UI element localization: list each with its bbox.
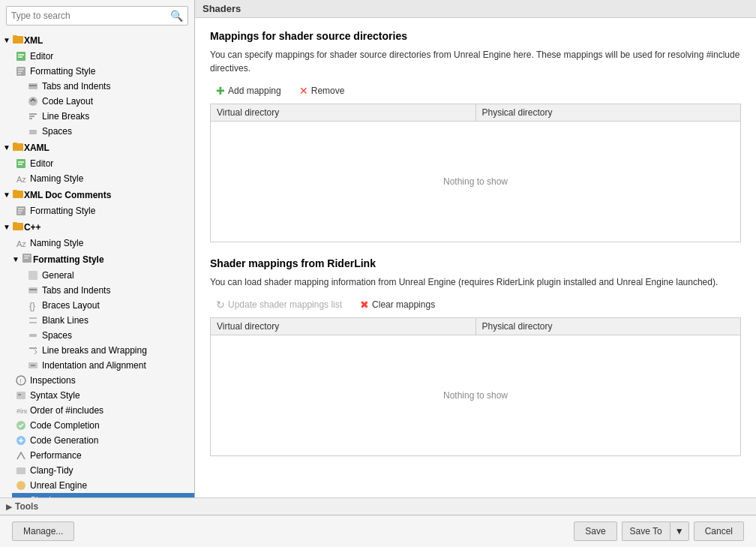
completion-icon (15, 419, 27, 431)
svg-text:Az: Az (16, 175, 26, 184)
sidebar-item-tabs-indents[interactable]: Tabs and Indents (24, 283, 194, 298)
sidebar-item-includes[interactable]: #inc Order of #includes (12, 403, 194, 418)
add-mapping-button[interactable]: ✚ Add mapping (210, 83, 287, 99)
category-xmldoc[interactable]: ▼ XML Doc Comments (0, 186, 194, 203)
folder-icon-xmldoc (12, 188, 24, 202)
sidebar-item-xml-line-breaks[interactable]: Line Breaks (24, 109, 194, 124)
save-to-dropdown-button[interactable]: ▼ (670, 521, 689, 541)
xaml-naming-label: Naming Style (30, 173, 83, 184)
general-icon (27, 269, 39, 281)
generation-icon (15, 434, 27, 446)
sidebar-item-line-breaks[interactable]: Line breaks and Wrapping (24, 343, 194, 358)
remove-mapping-icon: ✕ (299, 85, 308, 97)
spaces-icon2 (27, 329, 39, 341)
sidebar-item-general[interactable]: General (24, 268, 194, 283)
clear-mappings-label: Clear mappings (372, 299, 435, 310)
sidebar-item-performance[interactable]: Performance (12, 448, 194, 463)
manage-button[interactable]: Manage... (12, 521, 74, 541)
performance-label: Performance (30, 450, 82, 461)
tools-arrow: ▶ (6, 503, 12, 511)
riderlink-table-body: Nothing to show (211, 335, 740, 455)
xml-formatting-label: Formatting Style (30, 66, 95, 77)
sidebar-item-cpp-naming[interactable]: Az Naming Style (12, 236, 194, 251)
xaml-editor-icon (15, 158, 27, 170)
arrow-xml: ▼ (3, 36, 10, 44)
sidebar-item-xml-tabs[interactable]: Tabs and Indents (24, 79, 194, 94)
save-button[interactable]: Save (574, 521, 616, 541)
cpp-formatting-icon (21, 252, 33, 266)
tabs-indents-label: Tabs and Indents (42, 285, 110, 296)
category-xml[interactable]: ▼ XML (0, 32, 194, 49)
arrow-xaml: ▼ (3, 143, 10, 152)
sidebar-item-generation[interactable]: Code Generation (12, 433, 194, 448)
search-input[interactable] (11, 11, 170, 21)
mappings-col2-header: Physical directory (476, 104, 741, 121)
mappings-empty-text: Nothing to show (443, 176, 508, 187)
sidebar-item-xmldoc-formatting[interactable]: Formatting Style (12, 203, 194, 218)
sidebar-item-xml-editor[interactable]: Editor (12, 49, 194, 64)
category-cpp[interactable]: ▼ C++ (0, 218, 194, 236)
arrow-xmldoc: ▼ (3, 191, 10, 199)
clear-icon: ✖ (360, 299, 369, 311)
category-xaml[interactable]: ▼ XAML (0, 139, 194, 156)
syntax-icon (15, 389, 27, 401)
formatting-icon1 (15, 65, 27, 77)
svg-rect-15 (29, 130, 37, 133)
arrow-cpp-formatting: ▼ (12, 255, 20, 263)
sidebar-item-xml-code-layout[interactable]: Code Layout (24, 94, 194, 109)
save-to-button[interactable]: Save To (622, 521, 670, 541)
svg-point-11 (28, 97, 38, 106)
xaml-editor-label: Editor (30, 158, 53, 169)
save-to-group: Save To ▼ (622, 521, 689, 541)
code-layout-icon (27, 95, 39, 107)
cpp-naming-label: Naming Style (30, 238, 83, 248)
bottom-bar: ▶ Tools (0, 497, 756, 515)
sidebar-item-xaml-editor[interactable]: Editor (12, 156, 194, 171)
sidebar-item-inspections[interactable]: ! Inspections (12, 373, 194, 388)
xml-children: Editor Formatting Style Tabs and Indents (0, 49, 194, 139)
tools-bottom-label: Tools (15, 501, 38, 512)
sidebar-item-indentation[interactable]: Indentation and Alignment (24, 358, 194, 373)
mappings-table-body: Nothing to show (211, 122, 740, 242)
category-cpp-formatting[interactable]: ▼ Formatting Style (12, 251, 194, 268)
xml-code-layout-label: Code Layout (42, 96, 93, 107)
riderlink-toolbar: ↻ Update shader mappings list ✖ Clear ma… (210, 296, 741, 313)
sidebar-item-xaml-naming[interactable]: Az Naming Style (12, 171, 194, 186)
braces-label: Braces Layout (42, 300, 100, 311)
clang-label: Clang-Tidy (30, 465, 74, 476)
clear-mappings-button[interactable]: ✖ Clear mappings (354, 296, 441, 313)
svg-text:Az: Az (16, 239, 26, 248)
mappings-toolbar: ✚ Add mapping ✕ Remove (210, 83, 741, 99)
svg-rect-19 (16, 159, 26, 168)
add-mapping-icon: ✚ (216, 85, 225, 97)
cancel-button[interactable]: Cancel (694, 521, 744, 541)
sidebar-item-spaces[interactable]: Spaces (24, 328, 194, 343)
blank-lines-icon (27, 314, 39, 326)
cpp-naming-icon: Az (15, 237, 27, 249)
sidebar-item-xml-formatting[interactable]: Formatting Style (12, 64, 194, 79)
remove-mapping-button[interactable]: ✕ Remove (293, 83, 351, 99)
general-label: General (42, 270, 74, 281)
naming-icon: Az (15, 173, 27, 185)
sidebar-item-blank-lines[interactable]: Blank Lines (24, 313, 194, 328)
syntax-label: Syntax Style (30, 390, 80, 401)
clang-icon (15, 464, 27, 476)
search-box: 🔍 (6, 6, 188, 26)
sidebar-item-syntax[interactable]: Syntax Style (12, 388, 194, 403)
unreal-icon (15, 479, 27, 491)
line-breaks-icon2 (27, 344, 39, 356)
sidebar-item-braces[interactable]: {} Braces Layout (24, 298, 194, 313)
update-mappings-button[interactable]: ↻ Update shader mappings list (210, 296, 348, 313)
arrow-cpp: ▼ (3, 223, 10, 231)
cpp-formatting-label: Formatting Style (33, 254, 104, 265)
svg-rect-24 (13, 190, 17, 192)
svg-rect-54 (16, 467, 26, 474)
line-breaks-label: Line breaks and Wrapping (42, 345, 147, 356)
svg-rect-30 (13, 222, 17, 224)
riderlink-title: Shader mappings from RiderLink (210, 257, 741, 269)
add-mapping-label: Add mapping (228, 86, 281, 96)
sidebar-item-unreal[interactable]: Unreal Engine (12, 478, 194, 493)
sidebar-item-xml-spaces[interactable]: Spaces (24, 124, 194, 139)
sidebar-item-clang[interactable]: Clang-Tidy (12, 463, 194, 478)
sidebar-item-completion[interactable]: Code Completion (12, 418, 194, 433)
